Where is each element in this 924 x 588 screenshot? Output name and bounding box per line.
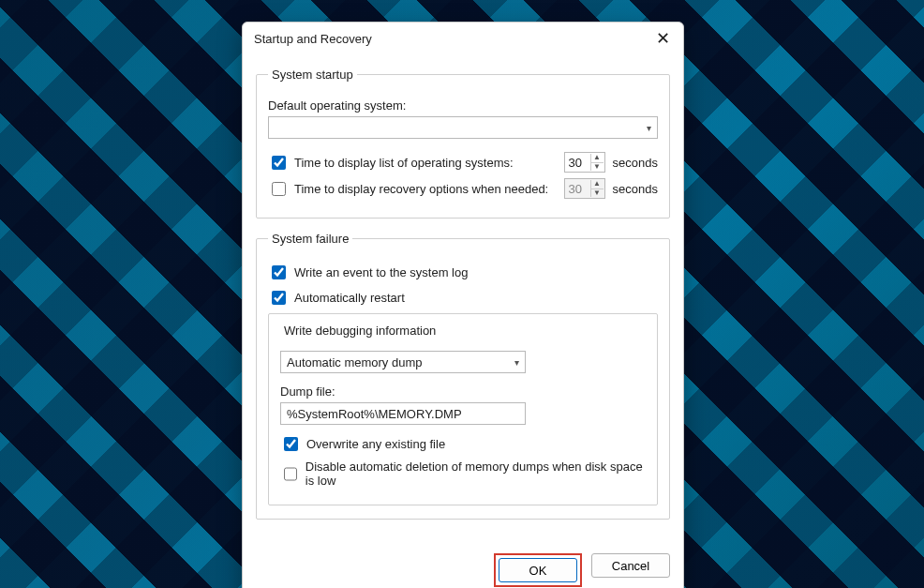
titlebar: Startup and Recovery ✕ [243, 23, 683, 53]
spin-down-icon[interactable]: ▼ [590, 163, 604, 172]
time-recovery-spinner: 30 ▲ ▼ [564, 178, 605, 199]
ok-highlight: OK [494, 553, 582, 587]
time-recovery-value: 30 [569, 182, 582, 196]
overwrite-checkbox-label[interactable]: Overwrite any existing file [280, 434, 445, 454]
ok-button[interactable]: OK [499, 558, 577, 582]
overwrite-text: Overwrite any existing file [306, 437, 445, 451]
dump-type-value: Automatic memory dump [287, 355, 423, 369]
time-os-unit: seconds [613, 156, 658, 170]
dump-file-input[interactable]: %SystemRoot%\MEMORY.DMP [280, 402, 526, 425]
cancel-button[interactable]: Cancel [591, 553, 670, 578]
auto-restart-text: Automatically restart [294, 291, 405, 305]
chevron-down-icon: ▾ [514, 357, 519, 368]
dialog-title: Startup and Recovery [254, 32, 372, 46]
time-recovery-checkbox[interactable] [272, 182, 286, 196]
system-startup-legend: System startup [268, 68, 357, 82]
time-recovery-checkbox-label[interactable]: Time to display recovery options when ne… [268, 179, 548, 199]
auto-restart-checkbox[interactable] [272, 291, 286, 305]
time-os-text: Time to display list of operating system… [294, 156, 514, 170]
debug-info-legend: Write debugging information [280, 324, 440, 338]
startup-recovery-dialog: Startup and Recovery ✕ System startup De… [242, 22, 684, 588]
time-os-checkbox[interactable] [272, 156, 286, 170]
write-event-checkbox[interactable] [272, 265, 286, 279]
dialog-button-row: OK Cancel [243, 544, 683, 588]
write-event-checkbox-label[interactable]: Write an event to the system log [268, 263, 468, 282]
dump-file-value: %SystemRoot%\MEMORY.DMP [287, 407, 462, 421]
dialog-body: System startup Default operating system:… [243, 53, 683, 544]
time-recovery-text: Time to display recovery options when ne… [294, 182, 548, 196]
disable-delete-checkbox[interactable] [284, 467, 297, 481]
dump-type-dropdown[interactable]: Automatic memory dump ▾ [280, 351, 526, 373]
system-failure-group: System failure Write an event to the sys… [256, 232, 670, 520]
write-event-text: Write an event to the system log [294, 265, 468, 279]
disable-delete-text: Disable automatic deletion of memory dum… [306, 460, 646, 488]
default-os-label: Default operating system: [268, 98, 658, 113]
system-startup-group: System startup Default operating system:… [256, 68, 670, 219]
dump-file-label: Dump file: [280, 384, 646, 399]
disable-delete-checkbox-label[interactable]: Disable automatic deletion of memory dum… [280, 460, 646, 488]
time-os-checkbox-label[interactable]: Time to display list of operating system… [268, 153, 514, 173]
overwrite-checkbox[interactable] [284, 437, 298, 451]
system-failure-legend: System failure [268, 232, 352, 246]
default-os-dropdown[interactable]: ▾ [268, 116, 658, 139]
chevron-down-icon: ▾ [647, 123, 651, 133]
spin-down-icon: ▼ [590, 189, 604, 198]
time-recovery-unit: seconds [613, 182, 658, 196]
time-os-value: 30 [569, 156, 582, 170]
close-icon[interactable]: ✕ [652, 30, 674, 47]
debug-info-group: Write debugging information Automatic me… [268, 313, 658, 505]
time-os-spinner[interactable]: 30 ▲ ▼ [564, 152, 605, 173]
auto-restart-checkbox-label[interactable]: Automatically restart [268, 288, 405, 308]
